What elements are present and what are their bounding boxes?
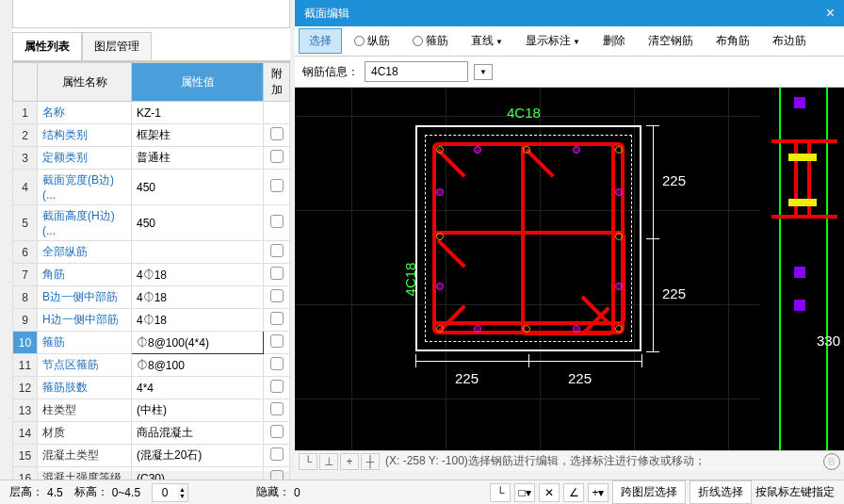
prop-extra[interactable] [264,102,290,124]
rebar-dot[interactable] [436,233,444,240]
property-row[interactable]: 1名称KZ-1 [13,102,290,124]
mode2-icon[interactable]: □▾ [514,483,535,502]
snap-grid-icon[interactable]: ┼ [361,453,380,470]
mode3-icon[interactable]: ✕ [539,483,560,502]
rebar-dot[interactable] [615,233,623,240]
close-icon[interactable]: × [826,5,835,22]
rebar-dot[interactable] [436,283,444,290]
tool-edge-bar[interactable]: 布边筋 [762,28,817,54]
prop-extra[interactable] [264,422,290,445]
tool-longitudinal[interactable]: 纵筋 [344,28,400,54]
prop-value[interactable]: 4⏀18 [132,264,264,286]
prop-value[interactable]: 450 [132,170,264,205]
prop-extra[interactable] [264,445,290,467]
rebar-info-dropdown[interactable]: ▼ [474,64,493,80]
prop-extra[interactable] [264,399,290,422]
property-row[interactable]: 4截面宽度(B边)(...450 [13,170,290,205]
rebar-dot[interactable] [573,325,580,333]
property-row[interactable]: 6全部纵筋 [13,241,290,264]
mode1-icon[interactable]: └ [490,483,511,502]
property-row[interactable]: 3定额类别普通柱 [13,147,290,170]
prop-value[interactable]: 普通柱 [132,147,264,170]
tool-stirrup[interactable]: 箍筋 [402,28,459,54]
prop-extra[interactable] [264,354,290,377]
prop-extra[interactable] [264,147,290,170]
property-row[interactable]: 14材质商品混凝土 [13,422,290,445]
property-row[interactable]: 11节点区箍筋⏀8@100 [13,354,290,377]
prop-value[interactable]: KZ-1 [132,102,264,124]
property-row[interactable]: 7角筋4⏀18 [13,264,290,286]
prop-extra[interactable] [264,264,290,286]
cross-layer-button[interactable]: 跨图层选择 [612,480,686,504]
prop-value[interactable]: 4⏀18 [132,309,264,332]
prop-value[interactable]: 4*4 [132,377,264,399]
property-row[interactable]: 10箍筋⏀8@100(4*4) [13,332,290,354]
tool-delete[interactable]: 删除 [592,28,636,54]
snap-endpoint-icon[interactable]: └ [299,453,317,470]
spin-up-icon[interactable]: ▲ [177,486,187,493]
prop-value[interactable]: (混凝土20石) [132,445,264,467]
prop-extra[interactable] [264,309,290,332]
tool-clear[interactable]: 清空钢筋 [638,28,704,54]
rebar-dot[interactable] [523,325,530,333]
prop-extra[interactable] [264,241,290,264]
rebar-dot[interactable] [436,146,444,154]
tab-layers[interactable]: 图层管理 [82,32,152,60]
prop-value[interactable]: 商品混凝土 [132,422,264,445]
row-number: 1 [13,102,38,124]
snap-mid-icon[interactable]: + [340,453,359,470]
prop-extra[interactable] [264,332,290,354]
mode5-icon[interactable]: +▾ [588,483,609,502]
tool-line[interactable]: 直线▼ [461,28,513,54]
prop-extra[interactable] [264,124,290,147]
property-row[interactable]: 12箍筋肢数4*4 [13,377,290,399]
prop-value[interactable]: 4⏀18 [132,286,264,309]
prop-extra[interactable] [264,170,290,205]
rebar-dot[interactable] [573,146,580,154]
mode4-icon[interactable]: ∠ [563,483,584,502]
dim-bottom1: 225 [455,370,479,386]
property-row[interactable]: 8B边一侧中部筋4⏀18 [13,286,290,309]
dim-top: 4C18 [507,105,541,121]
section-editor: 截面编辑 × 选择 纵筋 箍筋 直线▼ 显示标注▼ 删除 清空钢筋 布角筋 布边… [295,0,844,471]
prop-value[interactable]: 框架柱 [132,124,264,147]
col-value[interactable]: 属性值 [132,63,264,102]
polyline-button[interactable]: 折线选择 [690,480,752,504]
prop-value[interactable] [132,241,264,264]
prop-name: 混凝土类型 [38,445,132,467]
property-row[interactable]: 2结构类别框架柱 [13,124,290,147]
rebar-dot[interactable] [615,146,623,154]
prop-extra[interactable] [264,377,290,399]
rebar-dot[interactable] [436,325,444,333]
rebar-dot[interactable] [615,325,623,333]
prop-name: 节点区箍筋 [38,354,132,377]
prop-value[interactable]: 450 [132,205,264,241]
tool-corner-bar[interactable]: 布角筋 [706,28,760,54]
rebar-dot[interactable] [474,325,481,333]
prop-value[interactable]: ⏀8@100 [132,354,264,377]
snap-perp-icon[interactable]: ⊥ [319,453,338,470]
spin-down-icon[interactable]: ▼ [177,493,187,499]
property-row[interactable]: 13柱类型(中柱) [13,399,290,422]
rebar-dot[interactable] [474,146,481,154]
tab-properties[interactable]: 属性列表 [12,32,82,60]
prop-value[interactable]: ⏀8@100(4*4) [132,332,264,354]
property-row[interactable]: 9H边一侧中部筋4⏀18 [13,309,290,332]
rebar-dot[interactable] [615,283,623,290]
rebar-dot[interactable] [615,188,623,196]
tool-show-dim[interactable]: 显示标注▼ [515,28,591,54]
prop-extra[interactable] [264,286,290,309]
rebar-info-input[interactable] [365,61,468,82]
property-row[interactable]: 5截面高度(H边)(...450 [13,205,290,241]
col-rownum [13,63,38,102]
rebar-dot[interactable] [436,188,444,196]
prop-name: 名称 [38,102,132,124]
offset-stepper[interactable]: ▲▼ [152,483,188,502]
prop-value[interactable]: (中柱) [132,399,264,422]
tool-select[interactable]: 选择 [299,28,342,54]
property-row[interactable]: 15混凝土类型(混凝土20石) [13,445,290,467]
offset-input[interactable] [153,484,177,501]
rebar-dot[interactable] [523,146,530,154]
prop-extra[interactable] [264,205,290,241]
section-canvas[interactable]: 4C18 4C18 225 225 225 225 [295,88,760,458]
